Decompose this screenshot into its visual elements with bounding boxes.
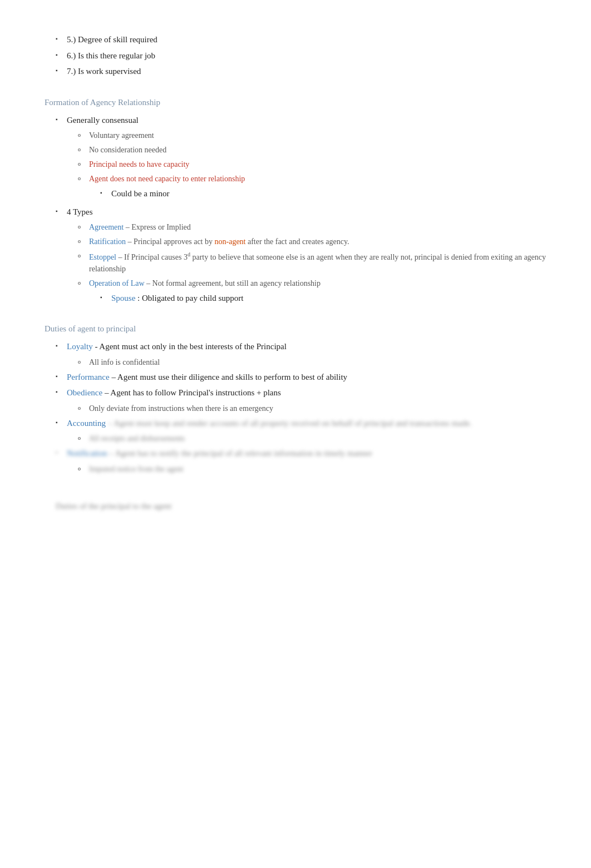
o-marker: o	[78, 465, 85, 472]
item-text: 7.) Is work supervised	[67, 65, 546, 78]
list-item-4types: ▪ 4 Types	[45, 206, 546, 219]
list-item: ▪ 5.) Degree of skill required	[45, 33, 546, 46]
duties-section: Duties of agent to principal ▪ Loyalty -…	[45, 324, 546, 475]
list-item-blurred-sub: o Imputed notice from the agent	[45, 463, 546, 475]
o-marker: o	[78, 405, 85, 411]
item-text: 5.) Degree of skill required	[67, 33, 546, 46]
accounting-label: Accounting	[67, 419, 106, 428]
non-agent-label: non-agent	[215, 237, 246, 246]
o-marker: o	[78, 238, 85, 244]
bullet-icon: ▪	[56, 208, 62, 214]
spouse-label: Spouse	[111, 294, 135, 302]
performance-label: Performance	[67, 373, 110, 381]
o-marker: o	[78, 359, 85, 365]
o-marker: o	[78, 280, 85, 286]
bullet-icon: ▪	[56, 52, 62, 58]
o-marker: o	[78, 175, 85, 181]
list-item-agent-capacity: o Agent does not need capacity to enter …	[45, 173, 546, 185]
formation-list: ▪ Generally consensual o Voluntary agree…	[45, 114, 546, 305]
operation-of-law-rest: – Not formal agreement, but still an age…	[146, 279, 321, 287]
accounting-rest: – Agent must keep and render accounts of…	[108, 419, 472, 428]
list-item-loyalty: ▪ Loyalty - Agent must act only in the b…	[45, 340, 546, 353]
list-item-all-info: o All info is confidential	[45, 356, 546, 368]
estoppel-label: Estoppel	[89, 253, 116, 261]
list-item: ▪ 7.) Is work supervised	[45, 65, 546, 78]
bullet-icon: ▪	[100, 294, 107, 300]
list-item-deviate: o Only deviate from instructions when th…	[45, 403, 546, 414]
o-marker: o	[78, 146, 85, 152]
operation-of-law-text: Operation of Law – Not formal agreement,…	[89, 277, 546, 289]
top-list: ▪ 5.) Degree of skill required ▪ 6.) Is …	[45, 33, 546, 78]
list-item-estoppel: o Estoppel – If Principal causes 3d part…	[45, 250, 546, 275]
list-item-obedience: ▪ Obedience – Agent has to follow Princi…	[45, 386, 546, 399]
blurred-rest: – Agent has to notify the principal of a…	[109, 449, 372, 458]
consensual-label: Generally consensual	[67, 114, 546, 127]
principal-capacity-text: Principal needs to have capacity	[89, 158, 546, 170]
list-item-accounting: ▪ Accounting – Agent must keep and rende…	[45, 417, 546, 430]
list-item-spouse: ▪ Spouse : Obligated to pay child suppor…	[45, 292, 546, 305]
estoppel-text: Estoppel – If Principal causes 3d party …	[89, 250, 546, 275]
4types-label: 4 Types	[67, 206, 546, 219]
agreement-text: Agreement – Express or Implied	[89, 221, 546, 233]
o-marker: o	[78, 435, 85, 441]
deviate-text: Only deviate from instructions when ther…	[89, 403, 546, 414]
list-item-agreement: o Agreement – Express or Implied	[45, 221, 546, 233]
list-item-minor: ▪ Could be a minor	[45, 187, 546, 200]
duties-list: ▪ Loyalty - Agent must act only in the b…	[45, 340, 546, 475]
blurred-label: Notification	[67, 449, 107, 458]
performance-text: Performance – Agent must use their dilig…	[67, 371, 546, 384]
bottom-blurred-section: Duties of the principal to the agent	[45, 502, 546, 511]
blurred-sub-text: Imputed notice from the agent	[89, 463, 546, 475]
o-marker: o	[78, 224, 85, 230]
list-item-blurred: ▪ Notification – Agent has to notify the…	[45, 447, 546, 460]
bullet-icon: ▪	[56, 449, 62, 455]
top-section: ▪ 5.) Degree of skill required ▪ 6.) Is …	[45, 33, 546, 78]
accounting-sub-text: All receipts and disbursements	[89, 433, 546, 444]
list-item-accounting-sub: o All receipts and disbursements	[45, 433, 546, 444]
ratification-rest2: after the fact and creates agency.	[248, 237, 349, 246]
bullet-icon: ▪	[56, 389, 62, 395]
list-item-consensual: ▪ Generally consensual	[45, 114, 546, 127]
bullet-icon: ▪	[56, 67, 62, 73]
blurred-item-text: Notification – Agent has to notify the p…	[67, 447, 546, 460]
o-marker: o	[78, 132, 85, 138]
o-marker: o	[78, 161, 85, 167]
obedience-label: Obedience	[67, 388, 102, 397]
loyalty-text: Loyalty - Agent must act only in the bes…	[67, 340, 546, 353]
operation-of-law-label: Operation of Law	[89, 279, 145, 287]
bullet-icon: ▪	[100, 190, 107, 196]
list-item-operation-of-law: o Operation of Law – Not formal agreemen…	[45, 277, 546, 289]
list-item-no-consideration: o No consideration needed	[45, 144, 546, 156]
estoppel-rest: – If Principal causes 3d party to believ…	[89, 253, 546, 273]
spouse-text: Spouse : Obligated to pay child support	[111, 292, 546, 305]
loyalty-rest: - Agent must act only in the best intere…	[95, 342, 287, 351]
loyalty-label: Loyalty	[67, 342, 93, 351]
bottom-blurred-text: Duties of the principal to the agent	[56, 502, 171, 510]
bullet-icon: ▪	[56, 36, 62, 42]
minor-text: Could be a minor	[111, 187, 546, 200]
bullet-icon: ▪	[56, 373, 62, 379]
obedience-text: Obedience – Agent has to follow Principa…	[67, 386, 546, 399]
ratification-rest: – Principal approves act by	[128, 237, 215, 246]
list-item-voluntary: o Voluntary agreement	[45, 130, 546, 141]
bullet-icon: ▪	[56, 419, 62, 425]
no-consideration-text: No consideration needed	[89, 144, 546, 156]
list-item-performance: ▪ Performance – Agent must use their dil…	[45, 371, 546, 384]
accounting-text: Accounting – Agent must keep and render …	[67, 417, 546, 430]
item-text: 6.) Is this there regular job	[67, 49, 546, 62]
obedience-rest: – Agent has to follow Principal's instru…	[105, 388, 281, 397]
voluntary-text: Voluntary agreement	[89, 130, 546, 141]
list-item-principal-capacity: o Principal needs to have capacity	[45, 158, 546, 170]
performance-rest: – Agent must use their diligence and ski…	[111, 373, 347, 381]
all-info-text: All info is confidential	[89, 356, 546, 368]
bullet-icon: ▪	[56, 116, 62, 122]
ratification-text: Ratification – Principal approves act by…	[89, 236, 546, 247]
bullet-icon: ▪	[56, 343, 62, 349]
agreement-label: Agreement	[89, 223, 124, 231]
formation-heading: Formation of Agency Relationship	[45, 98, 546, 107]
agent-capacity-text: Agent does not need capacity to enter re…	[89, 173, 546, 185]
list-item-ratification: o Ratification – Principal approves act …	[45, 236, 546, 247]
spouse-rest: : Obligated to pay child support	[137, 294, 243, 302]
list-item: ▪ 6.) Is this there regular job	[45, 49, 546, 62]
duties-heading: Duties of agent to principal	[45, 324, 546, 334]
